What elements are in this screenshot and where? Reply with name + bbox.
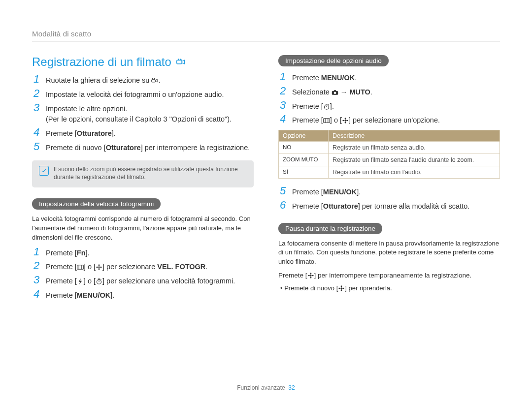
flower-icon (338, 285, 345, 291)
table-cell-option: ZOOM MUTO (279, 154, 329, 166)
svg-point-9 (98, 267, 100, 268)
step-number: 5 (278, 185, 287, 196)
timer-icon (96, 278, 102, 284)
step: 2Premete [] o [] per selezionare VEL. FO… (32, 260, 254, 273)
note-box: ✓ Il suono dello zoom può essere registr… (32, 160, 254, 188)
step-text: Premete [] o [] per selezionare una velo… (46, 275, 235, 287)
bold-text: MENU/OK (321, 74, 355, 82)
subsection-heading-framerate: Impostazione della velocità fotogrammi (32, 198, 161, 210)
step-text: Premete [Otturatore] per tornare alla mo… (292, 200, 469, 212)
right-column: Impostazione delle opzioni audio 1Premet… (278, 55, 500, 303)
flower-icon (307, 273, 314, 278)
svg-point-2 (180, 59, 181, 60)
step-text: Premete [Fn]. (46, 247, 90, 259)
step-number: 3 (32, 275, 41, 285)
step-text: Premete [Otturatore]. (46, 127, 116, 139)
pause-instruction: Premete [] per interrompere temporaneame… (278, 271, 500, 280)
step: 3Impostate le altre opzioni.(Per le opzi… (32, 102, 254, 125)
table-cell-option: SÌ (279, 166, 329, 179)
step: 5Premete di nuovo [Otturatore] per inter… (32, 141, 254, 154)
step-number: 2 (32, 260, 41, 271)
info-icon: ✓ (39, 166, 49, 176)
divider (32, 41, 500, 41)
svg-point-33 (310, 275, 311, 276)
step: 4Premete [] o [] per selezionare un'opzi… (278, 114, 500, 126)
framerate-intro: La velocità fotogrammi corrisponde al nu… (32, 215, 254, 243)
svg-point-29 (345, 118, 346, 120)
svg-point-42 (342, 287, 344, 289)
svg-point-38 (341, 287, 342, 289)
svg-point-34 (310, 273, 311, 275)
breadcrumb: Modalità di scatto (32, 30, 500, 38)
step-text: Ruotate la ghiera di selezione su . (46, 74, 160, 86)
step-number: 2 (32, 88, 41, 99)
step: 3Premete []. (278, 100, 500, 112)
svg-point-30 (345, 122, 346, 123)
svg-rect-25 (324, 119, 330, 123)
step-number: 5 (32, 141, 41, 152)
svg-point-1 (178, 59, 179, 60)
audio-steps: 1Premete MENU/OK.2Selezionate → MUTO.3Pr… (278, 71, 500, 126)
table-cell-desc: Registrate un filmato con l'audio. (329, 166, 500, 179)
bold-text: Otturatore (77, 129, 112, 137)
table-body: NORegistrate un filmato senza audio.ZOOM… (279, 142, 500, 179)
table-cell-desc: Registrate un filmato senza audio. (329, 142, 500, 154)
svg-point-19 (333, 92, 336, 94)
step-number: 4 (278, 114, 287, 124)
svg-point-5 (154, 78, 155, 79)
table-header-option: Opzione (279, 130, 329, 142)
step: 1Premete [Fn]. (32, 247, 254, 259)
bold-text: Otturatore (106, 144, 141, 152)
table-row: NORegistrate un filmato senza audio. (279, 142, 500, 154)
bold-text: VEL. FOTOGR (157, 263, 205, 271)
table-cell-desc: Registrate un filmato senza l'audio dura… (329, 154, 500, 166)
table-row: ZOOM MUTORegistrate un filmato senza l'a… (279, 154, 500, 166)
step-text: Premete di nuovo [Otturatore] per interr… (46, 141, 250, 154)
step-text: Premete MENU/OK. (292, 71, 357, 84)
step: 5Premete [MENU/OK]. (278, 185, 500, 198)
step-number: 1 (278, 71, 287, 82)
flower-icon (96, 264, 102, 270)
footer: Funzioni avanzate 32 (0, 384, 532, 391)
subsection-heading-pause: Pausa durante la registrazione (278, 223, 382, 234)
svg-rect-20 (333, 90, 336, 91)
pause-intro: La fotocamera consente di mettere in pau… (278, 239, 500, 267)
step: 2Selezionate → MUTO. (278, 86, 500, 98)
bold-text: Fn (77, 249, 86, 257)
footer-page: 32 (288, 384, 295, 391)
bold-text: MENU/OK (323, 188, 357, 196)
bold-text: Otturatore (323, 202, 358, 210)
svg-rect-3 (152, 80, 156, 82)
table-header-desc: Descrizione (329, 130, 500, 142)
disp-icon (77, 264, 84, 270)
svg-point-39 (341, 285, 342, 287)
timer-icon (323, 104, 330, 110)
step-number: 3 (32, 102, 41, 113)
svg-point-28 (344, 120, 346, 122)
flower-icon (342, 118, 349, 123)
svg-point-13 (100, 267, 102, 268)
svg-point-31 (342, 120, 344, 122)
video-icon (151, 78, 158, 84)
step-number: 1 (32, 247, 41, 257)
step: 3Premete [] o [] per selezionare una vel… (32, 275, 254, 287)
svg-rect-6 (77, 265, 84, 269)
svg-point-10 (99, 265, 100, 267)
step: 6Premete [Otturatore] per tornare alla m… (278, 200, 500, 212)
bold-text: MENU/OK (77, 291, 110, 299)
step-number: 4 (32, 289, 41, 300)
svg-point-11 (99, 268, 100, 270)
bold-text: MUTO (349, 88, 370, 96)
svg-point-32 (346, 120, 348, 122)
step-text: Premete [MENU/OK]. (292, 185, 361, 198)
step: 4Premete [Otturatore]. (32, 127, 254, 139)
subsection-heading-audio: Impostazione delle opzioni audio (278, 55, 389, 66)
svg-line-17 (100, 279, 101, 279)
step-text: Premete [] o [] per selezionare VEL. FOT… (46, 260, 207, 273)
step-number: 4 (32, 127, 41, 138)
step-number: 6 (278, 200, 287, 211)
svg-point-4 (152, 78, 153, 79)
svg-point-36 (308, 275, 310, 277)
step-number: 3 (278, 100, 287, 111)
step-text: Impostate le altre opzioni.(Per le opzio… (46, 102, 232, 125)
